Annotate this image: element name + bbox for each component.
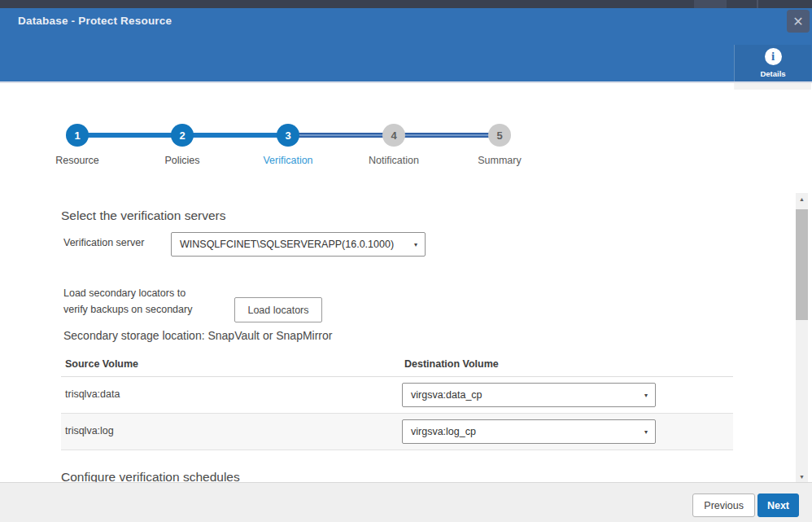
step-label-policies: Policies <box>129 155 235 166</box>
table-row: trisqlva:log virgsva:log_cp ▾ <box>61 414 733 450</box>
verification-server-select[interactable]: WINSQLFCINET\SQLSERVERAPP(16.0.1000) ▾ <box>171 232 426 257</box>
table-row: trisqlva:data virgsva:data_cp ▾ <box>61 377 733 414</box>
dialog-footer: Previous Next <box>0 482 812 522</box>
info-icon: i <box>765 48 782 65</box>
source-volume-value: trisqlva:data <box>65 388 120 400</box>
next-button[interactable]: Next <box>757 493 799 517</box>
header-divider <box>0 81 812 83</box>
section-title-verification-servers: Select the verification servers <box>61 208 225 223</box>
step-connector-2-3 <box>182 133 288 138</box>
step-circle-policies[interactable]: 2 <box>171 124 194 147</box>
destination-volume-value: virgsva:data_cp <box>403 389 644 401</box>
scrollbar-up-icon[interactable]: ▲ <box>796 193 808 204</box>
step-label-resource: Resource <box>24 155 130 166</box>
protect-resource-dialog: Database - Protect Resource i Details ✕ … <box>0 0 812 522</box>
top-strip-segment <box>694 0 727 8</box>
top-strip-divider <box>757 0 758 8</box>
column-header-source-volume: Source Volume <box>65 358 138 370</box>
step-connector-1-2 <box>77 133 182 138</box>
step-circle-verification[interactable]: 3 <box>277 124 299 147</box>
scrollbar-thumb[interactable] <box>796 209 808 320</box>
step-circle-notification[interactable]: 4 <box>382 124 405 147</box>
load-locators-description: Load secondary locators to verify backup… <box>63 285 192 318</box>
step-circle-summary[interactable]: 5 <box>488 124 511 147</box>
load-locators-line2: verify backups on secondary <box>63 301 192 318</box>
load-locators-line1: Load secondary locators to <box>63 285 192 301</box>
step-label-verification: Verification <box>235 155 341 166</box>
close-icon[interactable]: ✕ <box>787 10 810 33</box>
dialog-title: Database - Protect Resource <box>18 15 172 27</box>
source-volume-value: trisqlva:log <box>65 425 114 436</box>
chevron-down-icon: ▾ <box>644 428 655 436</box>
chevron-down-icon: ▾ <box>644 392 655 399</box>
secondary-storage-title: Secondary storage location: SnapVault or… <box>63 329 332 342</box>
chevron-down-icon: ▾ <box>414 241 425 248</box>
previous-button[interactable]: Previous <box>692 493 755 517</box>
destination-volume-value: virgsva:log_cp <box>403 426 644 437</box>
dialog-titlebar: Database - Protect Resource i Details <box>0 8 812 81</box>
scrollbar-down-icon[interactable]: ▼ <box>796 471 808 482</box>
step-connector-3-4 <box>288 133 394 138</box>
column-header-destination-volume: Destination Volume <box>404 358 499 370</box>
os-top-strip <box>0 0 812 8</box>
verification-server-value: WINSQLFCINET\SQLSERVERAPP(16.0.1000) <box>172 239 414 250</box>
details-label: Details <box>760 69 785 78</box>
step-label-summary: Summary <box>447 155 552 166</box>
verification-panel: Select the verification servers Verifica… <box>0 189 796 482</box>
destination-volume-select[interactable]: virgsva:data_cp ▾ <box>402 383 656 407</box>
volume-mapping-table: Source Volume Destination Volume trisqlv… <box>61 355 733 450</box>
table-header: Source Volume Destination Volume <box>61 355 733 377</box>
verification-server-label: Verification server <box>63 237 144 248</box>
load-locators-button[interactable]: Load locators <box>234 297 322 322</box>
vertical-scrollbar[interactable]: ▲ ▼ <box>796 193 808 482</box>
step-circle-resource[interactable]: 1 <box>66 124 89 147</box>
section-title-verification-schedules: Configure verification schedules <box>61 470 240 482</box>
step-connector-4-5 <box>394 133 500 138</box>
step-label-notification: Notification <box>341 155 447 166</box>
destination-volume-select[interactable]: virgsva:log_cp ▾ <box>402 419 656 444</box>
